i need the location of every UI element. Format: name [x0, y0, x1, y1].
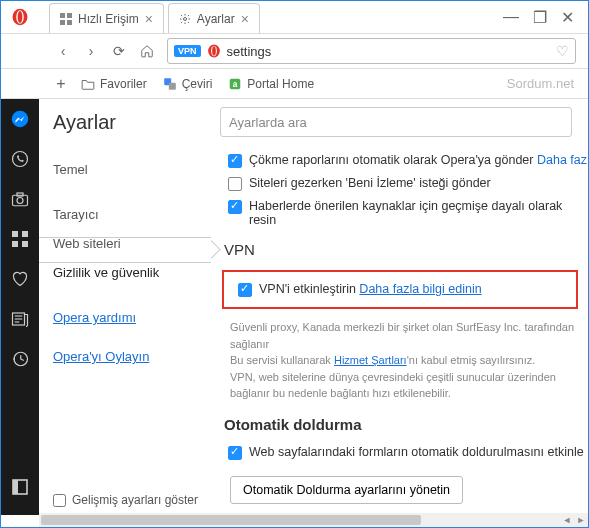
scroll-left-icon[interactable]: ◄ [560, 515, 574, 525]
tab-label: Hızlı Erişim [78, 12, 139, 26]
manage-autofill-button[interactable]: Otomatik Doldurma ayarlarını yönetin [230, 476, 463, 504]
bookmark-label: Çeviri [182, 77, 213, 91]
advanced-checkbox[interactable] [53, 494, 66, 507]
vpn-badge[interactable]: VPN [174, 45, 201, 57]
vpn-enable-row[interactable]: VPN'i etkinleştirin Daha fazla bilgi edi… [234, 282, 568, 297]
close-icon[interactable]: × [241, 12, 249, 26]
grid-icon[interactable] [1, 219, 39, 259]
bookmark-label: Favoriler [100, 77, 147, 91]
svg-point-10 [212, 46, 216, 55]
advanced-label: Gelişmiş ayarları göster [72, 493, 198, 507]
svg-text:a: a [233, 79, 238, 88]
tab-speed-dial[interactable]: Hızlı Erişim × [49, 3, 164, 33]
vpn-learn-more-link[interactable]: Daha fazla bilgi edinin [359, 282, 481, 296]
advanced-toggle-row[interactable]: Gelişmiş ayarları göster [53, 493, 211, 507]
checkbox-checked-icon[interactable] [238, 283, 252, 297]
messenger-icon[interactable] [1, 99, 39, 139]
history-icon[interactable] [1, 339, 39, 379]
settings-search[interactable]: Ayarlarda ara [220, 107, 572, 137]
checkbox-icon[interactable] [228, 177, 242, 191]
titlebar: Hızlı Erişim × Ayarlar × — ❐ ✕ [1, 1, 588, 33]
window-controls: — ❐ ✕ [489, 1, 588, 33]
portal-icon: a [228, 77, 242, 91]
scrollbar-thumb[interactable] [41, 515, 421, 525]
learn-more-link[interactable]: Daha faz [537, 153, 587, 167]
settings-nav: Ayarlar Temel Tarayıcı Web siteleri Gizl… [39, 99, 211, 515]
vpn-description: Güvenli proxy, Kanada merkezli bir şirke… [212, 319, 588, 402]
news-sources-row[interactable]: Haberlerde önerilen kaynaklar için geçmi… [212, 199, 588, 227]
bookmark-translate[interactable]: Çeviri [163, 77, 213, 91]
speed-dial-icon [60, 13, 72, 25]
minimize-button[interactable]: — [503, 8, 519, 26]
address-bar[interactable]: VPN ♡ [167, 38, 576, 64]
content-area: Ayarlar Temel Tarayıcı Web siteleri Gizl… [1, 99, 588, 515]
svg-rect-19 [17, 193, 23, 196]
svg-rect-6 [67, 20, 72, 25]
camera-icon[interactable] [1, 179, 39, 219]
translate-icon [163, 77, 177, 91]
crash-report-row[interactable]: Çökme raporlarını otomatik olarak Opera'… [212, 153, 588, 168]
vpn-highlight: VPN'i etkinleştirin Daha fazla bilgi edi… [222, 270, 578, 309]
nav-item-websites[interactable]: Web siteleri [53, 236, 211, 251]
close-window-button[interactable]: ✕ [561, 8, 574, 27]
search-placeholder: Ayarlarda ara [229, 115, 307, 130]
scroll-right-icon[interactable]: ► [574, 515, 588, 525]
help-link[interactable]: Opera yardımı [53, 310, 211, 325]
add-bookmark-button[interactable]: + [49, 75, 73, 93]
nav-item-browser[interactable]: Tarayıcı [53, 207, 211, 222]
navbar: ‹ › ⟳ VPN ♡ [1, 33, 588, 69]
nav-item-privacy[interactable]: Gizlilik ve güvenlik [53, 265, 211, 280]
checkbox-checked-icon[interactable] [228, 154, 242, 168]
left-sidebar [1, 99, 39, 515]
dnt-label: Siteleri gezerken 'Beni İzleme' isteği g… [249, 176, 491, 190]
heart-icon[interactable] [1, 259, 39, 299]
vpn-heading: VPN [224, 241, 588, 258]
svg-point-18 [17, 198, 23, 204]
restore-button[interactable]: ❐ [533, 8, 547, 27]
svg-rect-3 [60, 13, 65, 18]
svg-rect-12 [169, 82, 176, 89]
opera-menu-icon[interactable] [1, 1, 39, 33]
bookmark-bar: + Favoriler Çeviri a Portal Home Sordum.… [1, 69, 588, 99]
svg-rect-4 [67, 13, 72, 18]
reload-button[interactable]: ⟳ [105, 37, 133, 65]
bookmark-heart-icon[interactable]: ♡ [556, 43, 569, 59]
back-button[interactable]: ‹ [49, 37, 77, 65]
tab-strip: Hızlı Erişim × Ayarlar × [39, 1, 489, 33]
gear-icon [179, 13, 191, 25]
autofill-forms-row[interactable]: Web sayfalarındaki formların otomatik do… [212, 445, 588, 460]
rate-link[interactable]: Opera'yı Oylayın [53, 349, 211, 364]
bookmark-label: Portal Home [247, 77, 314, 91]
svg-rect-21 [22, 231, 28, 237]
bookmark-portal[interactable]: a Portal Home [228, 77, 314, 91]
bookmark-favorites[interactable]: Favoriler [81, 77, 147, 91]
home-button[interactable] [133, 37, 161, 65]
svg-rect-30 [13, 480, 18, 494]
tos-link[interactable]: Hizmet Şartları [334, 354, 407, 366]
settings-main: Ayarlarda ara Çökme raporlarını otomatik… [211, 99, 588, 515]
address-input[interactable] [227, 44, 556, 59]
tab-settings[interactable]: Ayarlar × [168, 3, 260, 33]
tab-label: Ayarlar [197, 12, 235, 26]
svg-point-16 [13, 152, 28, 167]
nav-item-basic[interactable]: Temel [53, 162, 211, 177]
opera-icon [207, 44, 221, 58]
checkbox-checked-icon[interactable] [228, 200, 242, 214]
folder-icon [81, 78, 95, 90]
news-label: Haberlerde önerilen kaynaklar için geçmi… [249, 199, 588, 227]
vpn-enable-label: VPN'i etkinleştirin [259, 282, 356, 296]
forward-button[interactable]: › [77, 37, 105, 65]
dnt-row[interactable]: Siteleri gezerken 'Beni İzleme' isteği g… [212, 176, 588, 191]
whatsapp-icon[interactable] [1, 139, 39, 179]
checkbox-checked-icon[interactable] [228, 446, 242, 460]
close-icon[interactable]: × [145, 12, 153, 26]
svg-rect-22 [12, 241, 18, 247]
panel-toggle-icon[interactable] [1, 467, 39, 507]
svg-point-2 [18, 11, 23, 23]
svg-rect-17 [13, 195, 28, 206]
svg-rect-23 [22, 241, 28, 247]
svg-rect-20 [12, 231, 18, 237]
page-title: Ayarlar [53, 111, 211, 134]
horizontal-scrollbar[interactable]: ◄ ► [39, 513, 588, 527]
news-icon[interactable] [1, 299, 39, 339]
